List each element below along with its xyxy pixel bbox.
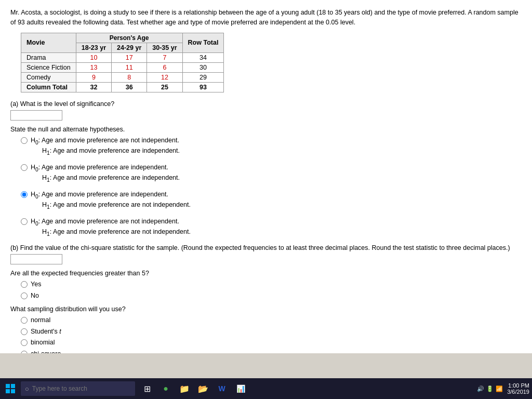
hypothesis-option-2: H0: Age and movie preference are indepen… xyxy=(21,163,522,184)
battery-icon: 📶 xyxy=(496,385,503,392)
binomial-radio[interactable] xyxy=(21,339,28,346)
drama-24-29: 17 xyxy=(112,52,147,62)
word-icon[interactable]: W xyxy=(214,381,230,396)
hypothesis-radio-input-2[interactable] xyxy=(21,164,28,171)
binomial-option[interactable]: binomial xyxy=(21,338,522,348)
drama-label: Drama xyxy=(21,52,76,62)
expected-freq-yes-option[interactable]: Yes xyxy=(21,280,522,289)
drama-row: Drama 10 17 7 34 xyxy=(21,52,224,62)
taskbar-right: 🔊 🔋 📶 1:00 PM 3/6/2019 xyxy=(477,382,529,395)
students-t-option[interactable]: Student's t xyxy=(21,327,522,337)
expected-freq-no-label: No xyxy=(31,291,39,301)
drama-total: 34 xyxy=(182,52,224,62)
h1-4: H1: Age and movie preference are not ind… xyxy=(42,228,191,238)
chi-square-input[interactable] xyxy=(10,254,62,264)
expected-freq-options: Yes No xyxy=(21,280,522,300)
file-explorer-icon[interactable]: 📂 xyxy=(195,381,211,396)
col-total-30-35: 25 xyxy=(147,82,182,92)
network-icon: 🔊 xyxy=(477,385,484,392)
clock: 1:00 PM 3/6/2019 xyxy=(507,382,529,395)
sampling-dist-options: normal Student's t binomial chi-square u… xyxy=(21,316,522,353)
comedy-24-29: 8 xyxy=(112,72,147,82)
expected-freq-question: Are all the expected frequencies greater… xyxy=(10,270,522,277)
normal-label: normal xyxy=(31,316,50,325)
drama-18-23: 10 xyxy=(76,52,111,62)
scifi-18-23: 13 xyxy=(76,62,111,72)
binomial-label: binomial xyxy=(31,338,55,348)
hypothesis-radio-1[interactable]: H0: Age and movie preference are not ind… xyxy=(21,136,522,157)
chi-square-label: chi-square xyxy=(31,350,61,353)
chrome-icon[interactable]: ● xyxy=(158,381,174,396)
search-input[interactable] xyxy=(32,385,121,392)
hypothesis-radio-input-4[interactable] xyxy=(21,218,28,225)
scifi-label: Science Fiction xyxy=(21,62,76,72)
hypothesis-radio-4[interactable]: H0: Age and movie preference are not ind… xyxy=(21,217,522,238)
hypothesis-radio-2[interactable]: H0: Age and movie preference are indepen… xyxy=(21,163,522,184)
students-t-label: Student's t xyxy=(31,327,61,337)
hypothesis-radio-input-3[interactable] xyxy=(21,191,28,198)
grand-total: 93 xyxy=(182,82,224,92)
comedy-total: 29 xyxy=(182,72,224,82)
sampling-dist-question: What sampling distribution will you use? xyxy=(10,305,522,313)
expected-freq-no-radio[interactable] xyxy=(21,292,28,299)
svg-rect-2 xyxy=(6,389,10,393)
col-total-24-29: 36 xyxy=(112,82,147,92)
part-b-section: (b) Find the value of the chi-square sta… xyxy=(10,244,522,264)
comedy-30-35: 12 xyxy=(147,72,182,82)
age-30-35-header: 30-35 yr xyxy=(147,43,182,52)
h0-1: H0: Age and movie preference are not ind… xyxy=(31,136,180,147)
windows-start-button[interactable] xyxy=(3,381,18,396)
chi-square-option[interactable]: chi-square xyxy=(21,350,522,353)
hypothesis-option-1: H0: Age and movie preference are not ind… xyxy=(21,136,522,157)
data-table-container: Movie Person's Age Row Total 18-23 yr 24… xyxy=(21,33,511,92)
scifi-total: 30 xyxy=(182,62,224,72)
hypothesis-radio-3[interactable]: H0: Age and movie preference are indepen… xyxy=(21,190,522,211)
comedy-label: Comedy xyxy=(21,72,76,82)
hypothesis-radio-input-1[interactable] xyxy=(21,137,28,144)
scifi-24-29: 11 xyxy=(112,62,147,72)
students-t-radio[interactable] xyxy=(21,328,28,335)
col-total-18-23: 32 xyxy=(76,82,111,92)
hypotheses-intro: State the null and alternate hypotheses. xyxy=(10,126,522,133)
excel-icon[interactable]: 📊 xyxy=(233,381,248,396)
significance-input[interactable] xyxy=(10,110,62,121)
svg-rect-0 xyxy=(6,384,10,388)
hypothesis-option-3: H0: Age and movie preference are indepen… xyxy=(21,190,522,211)
h1-1: H1: Age and movie preference are indepen… xyxy=(42,147,180,157)
taskbar-search-box[interactable]: ○ xyxy=(21,381,135,396)
comedy-18-23: 9 xyxy=(76,72,111,82)
column-total-row: Column Total 32 36 25 93 xyxy=(21,82,224,92)
normal-radio[interactable] xyxy=(21,317,28,324)
age-24-29-header: 24-29 yr xyxy=(112,43,147,52)
part-a-section: (a) What is the level of significance? xyxy=(10,100,522,121)
part-a-label: (a) What is the level of significance? xyxy=(10,100,522,108)
volume-icon: 🔋 xyxy=(486,385,494,392)
scifi-row: Science Fiction 13 11 6 30 xyxy=(21,62,224,72)
h1-2: H1: Age and movie preference are indepen… xyxy=(42,174,180,184)
system-tray: 🔊 🔋 📶 xyxy=(477,385,503,392)
expected-freq-yes-radio[interactable] xyxy=(21,281,28,288)
scifi-30-35: 6 xyxy=(147,62,182,72)
drama-30-35: 7 xyxy=(147,52,182,62)
taskbar-app-icons: ⊞ ● 📁 📂 W 📊 xyxy=(139,381,248,396)
task-view-icon[interactable]: ⊞ xyxy=(139,381,155,396)
expected-freq-yes-label: Yes xyxy=(31,280,41,289)
hypothesis-option-4: H0: Age and movie preference are not ind… xyxy=(21,217,522,238)
folder-icon[interactable]: 📁 xyxy=(177,381,192,396)
sampling-dist-section: What sampling distribution will you use?… xyxy=(10,305,522,353)
clock-date: 3/6/2019 xyxy=(507,389,529,395)
column-total-label: Column Total xyxy=(21,82,76,92)
expected-freq-no-option[interactable]: No xyxy=(21,291,522,301)
part-b-label: (b) Find the value of the chi-square sta… xyxy=(10,244,522,251)
chi-square-radio[interactable] xyxy=(21,351,28,353)
normal-option[interactable]: normal xyxy=(21,316,522,325)
svg-rect-1 xyxy=(11,384,15,388)
hypotheses-section: State the null and alternate hypotheses.… xyxy=(10,126,522,238)
clock-time: 1:00 PM xyxy=(507,382,529,389)
age-18-23-header: 18-23 yr xyxy=(76,43,111,52)
main-content: Mr. Acosta, a sociologist, is doing a st… xyxy=(0,0,532,353)
h0-3: H0: Age and movie preference are indepen… xyxy=(31,190,191,201)
h1-3: H1: Age and movie preference are not ind… xyxy=(42,201,191,211)
persons-age-header: Person's Age xyxy=(76,33,182,43)
taskbar: ○ ⊞ ● 📁 📂 W 📊 🔊 🔋 📶 1:00 PM 3/6/2019 xyxy=(0,378,532,399)
